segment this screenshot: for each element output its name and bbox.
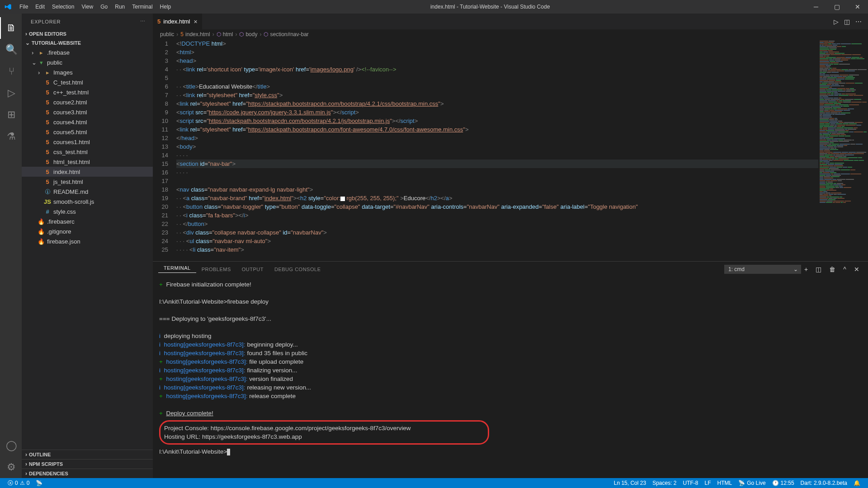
debug-console-tab[interactable]: DEBUG CONSOLE xyxy=(269,267,326,272)
html-icon: 5 xyxy=(43,149,52,155)
file-index-html[interactable]: 5index.html xyxy=(22,167,153,177)
maximize-button[interactable]: ▢ xyxy=(826,0,847,14)
file-course4-html[interactable]: 5course4.html xyxy=(22,117,153,127)
code-editor[interactable]: 1234567891011121314151617181920212223242… xyxy=(153,39,818,261)
settings-gear-icon[interactable]: ⚙ xyxy=(0,456,22,478)
terminal-tab[interactable]: TERMINAL xyxy=(158,265,196,273)
clock-icon: 🕐 xyxy=(772,480,779,486)
html-icon: 5 xyxy=(43,129,52,136)
source-control-icon[interactable]: ⑂ xyxy=(0,61,22,82)
menu-go[interactable]: Go xyxy=(97,4,111,10)
minimap[interactable] xyxy=(818,39,868,261)
file-course2-html[interactable]: 5course2.html xyxy=(22,97,153,107)
file-html-test-html[interactable]: 5html_test.html xyxy=(22,157,153,167)
status-errors[interactable]: ⓧ0 ⚠0 xyxy=(5,479,33,487)
file--gitignore[interactable]: 🔥.gitignore xyxy=(22,226,153,236)
run-icon[interactable]: ▷ xyxy=(831,18,841,25)
menu-edit[interactable]: Edit xyxy=(32,4,48,10)
file-public[interactable]: ⌄▾public xyxy=(22,57,153,67)
menu-selection[interactable]: Selection xyxy=(48,4,78,10)
html-icon: 5 xyxy=(43,89,52,96)
status-golive[interactable]: 📡Go Live xyxy=(735,480,769,486)
kill-terminal-icon[interactable]: 🗑 xyxy=(826,266,839,273)
symbol-icon: ⬡ xyxy=(239,31,244,38)
file-README-md[interactable]: 🛈README.md xyxy=(22,187,153,197)
file-Images[interactable]: ›▸Images xyxy=(22,67,153,77)
open-editors-section[interactable]: ›OPEN EDITORS xyxy=(22,29,153,38)
menu-help[interactable]: Help xyxy=(156,4,175,10)
close-button[interactable]: ✕ xyxy=(847,0,868,14)
more-actions-icon[interactable]: ⋯ xyxy=(853,18,864,25)
vscode-logo-icon xyxy=(0,3,16,10)
output-tab[interactable]: OUTPUT xyxy=(236,267,269,272)
file-courses1-html[interactable]: 5courses1.html xyxy=(22,137,153,147)
symbol-icon: ⬡ xyxy=(264,31,268,38)
explorer-icon[interactable]: 🗎 xyxy=(0,17,22,39)
status-bar: ⓧ0 ⚠0 📡 Ln 15, Col 23 Spaces: 2 UTF-8 LF… xyxy=(0,478,868,488)
editor-area: 5 index.html × ▷ ◫ ⋯ public› 5index.html… xyxy=(153,14,868,478)
html-icon: 5 xyxy=(43,109,52,116)
file-firebase-json[interactable]: 🔥firebase.json xyxy=(22,236,153,246)
folder-icon: ▸ xyxy=(43,69,52,76)
split-editor-icon[interactable]: ◫ xyxy=(841,18,853,25)
file--firebase[interactable]: ›▸.firebase xyxy=(22,47,153,57)
close-panel-icon[interactable]: ✕ xyxy=(851,266,863,273)
extensions-icon[interactable]: ⊞ xyxy=(0,104,22,126)
status-live[interactable]: 📡 xyxy=(33,480,46,486)
file-C-test-html[interactable]: 5C_test.html xyxy=(22,77,153,87)
file-course3-html[interactable]: 5course3.html xyxy=(22,107,153,117)
html-file-icon: 5 xyxy=(180,31,184,38)
breadcrumbs[interactable]: public› 5index.html› ⬡html› ⬡body› ⬡sect… xyxy=(153,29,868,39)
search-icon[interactable]: 🔍 xyxy=(0,39,22,61)
status-indent[interactable]: Spaces: 2 xyxy=(649,480,679,486)
warning-icon: ⚠ xyxy=(20,480,25,486)
testing-icon[interactable]: ⚗ xyxy=(0,126,22,147)
menu-run[interactable]: Run xyxy=(111,4,128,10)
accounts-icon[interactable]: ◯ xyxy=(0,435,22,456)
status-bell[interactable]: 🔔 xyxy=(850,480,863,486)
menu-file[interactable]: File xyxy=(16,4,32,10)
html-icon: 5 xyxy=(43,169,52,175)
status-encoding[interactable]: UTF-8 xyxy=(680,480,702,486)
folder-open-icon: ▾ xyxy=(37,59,45,66)
file--firebaserc[interactable]: 🔥.firebaserc xyxy=(22,216,153,226)
window-title: index.html - Tutorial-Website - Visual S… xyxy=(175,4,806,10)
deploy-url-highlight: Project Console: https://console.firebas… xyxy=(159,420,489,445)
file-course5-html[interactable]: 5course5.html xyxy=(22,127,153,137)
terminal[interactable]: + Firebase initialization complete! I:\A… xyxy=(153,277,868,478)
terminal-cursor xyxy=(227,449,230,455)
file-css-test-html[interactable]: 5css_test.html xyxy=(22,147,153,157)
npm-scripts-section[interactable]: ›NPM SCRIPTS xyxy=(22,459,153,469)
html-file-icon: 5 xyxy=(157,18,160,25)
status-lncol[interactable]: Ln 15, Col 23 xyxy=(611,480,649,486)
menu-bar: File Edit Selection View Go Run Terminal… xyxy=(16,4,175,10)
tab-index-html[interactable]: 5 index.html × xyxy=(153,14,203,29)
run-debug-icon[interactable]: ▷ xyxy=(0,82,22,104)
html-icon: 5 xyxy=(43,79,52,86)
dependencies-section[interactable]: ›DEPENDENCIES xyxy=(22,469,153,478)
file-smooth-scroll-js[interactable]: JSsmooth-scroll.js xyxy=(22,197,153,206)
md-icon: 🛈 xyxy=(43,188,52,195)
minimize-button[interactable]: ─ xyxy=(806,0,826,14)
maximize-panel-icon[interactable]: ^ xyxy=(840,266,849,273)
new-terminal-icon[interactable]: + xyxy=(801,266,811,273)
status-lang[interactable]: HTML xyxy=(714,480,736,486)
file-c---test-html[interactable]: 5c++_test.html xyxy=(22,87,153,97)
file-tree: ›▸.firebase⌄▾public›▸Images5C_test.html5… xyxy=(22,47,153,450)
status-clock[interactable]: 🕐12:55 xyxy=(769,480,797,486)
status-dart[interactable]: Dart: 2.9.0-8.2.beta xyxy=(797,480,850,486)
status-eol[interactable]: LF xyxy=(702,480,714,486)
explorer-more-icon[interactable]: ⋯ xyxy=(140,19,146,24)
html-icon: 5 xyxy=(43,119,52,126)
outline-section[interactable]: ›OUTLINE xyxy=(22,450,153,459)
menu-terminal[interactable]: Terminal xyxy=(128,4,156,10)
folder-section[interactable]: ⌄TUTORIAL-WEBSITE xyxy=(22,38,153,47)
menu-view[interactable]: View xyxy=(78,4,97,10)
terminal-select[interactable]: 1: cmd ⌄ xyxy=(724,265,801,274)
file-js-test-html[interactable]: 5js_test.html xyxy=(22,177,153,187)
problems-tab[interactable]: PROBLEMS xyxy=(196,267,236,272)
close-tab-icon[interactable]: × xyxy=(193,18,197,25)
file-style-css[interactable]: #style.css xyxy=(22,206,153,216)
split-terminal-icon[interactable]: ◫ xyxy=(812,266,825,273)
js-icon: JS xyxy=(43,198,52,205)
